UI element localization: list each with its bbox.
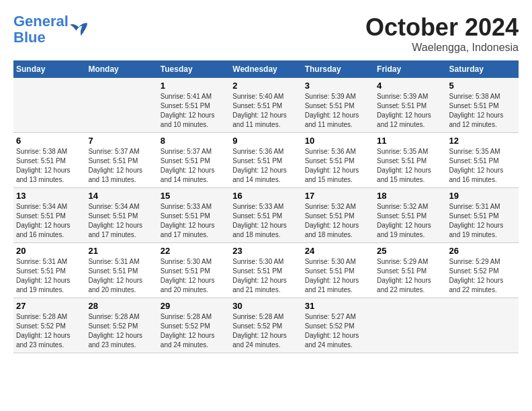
day-info: Sunrise: 5:29 AM Sunset: 5:52 PM Dayligh… [449,258,504,293]
calendar-cell: 16Sunrise: 5:33 AM Sunset: 5:51 PM Dayli… [230,188,302,243]
day-info: Sunrise: 5:27 AM Sunset: 5:52 PM Dayligh… [305,313,359,349]
day-number: 15 [161,191,227,201]
week-row-3: 13Sunrise: 5:34 AM Sunset: 5:51 PM Dayli… [13,188,519,243]
calendar-cell: 23Sunrise: 5:30 AM Sunset: 5:51 PM Dayli… [230,243,302,298]
day-number: 26 [449,246,516,256]
weekday-header-tuesday: Tuesday [158,60,230,78]
weekday-header-sunday: Sunday [13,60,85,78]
day-number: 21 [88,246,154,256]
calendar-cell [13,78,85,133]
calendar-cell: 28Sunrise: 5:28 AM Sunset: 5:52 PM Dayli… [85,298,157,353]
calendar-cell [85,78,157,133]
weekday-header-wednesday: Wednesday [230,60,302,78]
day-number: 2 [232,81,299,91]
day-number: 13 [16,191,83,201]
day-info: Sunrise: 5:28 AM Sunset: 5:52 PM Dayligh… [16,313,71,349]
day-info: Sunrise: 5:29 AM Sunset: 5:51 PM Dayligh… [377,258,431,293]
day-info: Sunrise: 5:39 AM Sunset: 5:51 PM Dayligh… [305,93,359,128]
day-info: Sunrise: 5:30 AM Sunset: 5:51 PM Dayligh… [232,258,287,293]
day-info: Sunrise: 5:39 AM Sunset: 5:51 PM Dayligh… [377,93,431,128]
day-info: Sunrise: 5:38 AM Sunset: 5:51 PM Dayligh… [16,148,71,183]
day-info: Sunrise: 5:40 AM Sunset: 5:51 PM Dayligh… [232,93,287,128]
day-info: Sunrise: 5:41 AM Sunset: 5:51 PM Dayligh… [161,93,215,128]
day-number: 5 [449,81,516,91]
calendar-cell: 24Sunrise: 5:30 AM Sunset: 5:51 PM Dayli… [302,243,374,298]
day-number: 31 [305,301,371,311]
calendar-cell: 4Sunrise: 5:39 AM Sunset: 5:51 PM Daylig… [374,78,446,133]
day-number: 27 [16,301,83,311]
day-info: Sunrise: 5:36 AM Sunset: 5:51 PM Dayligh… [305,148,359,183]
day-info: Sunrise: 5:33 AM Sunset: 5:51 PM Dayligh… [232,203,287,238]
weekday-header-saturday: Saturday [447,60,519,78]
calendar-cell: 6Sunrise: 5:38 AM Sunset: 5:51 PM Daylig… [13,133,85,188]
day-number: 14 [88,191,154,201]
calendar-cell: 25Sunrise: 5:29 AM Sunset: 5:51 PM Dayli… [374,243,446,298]
day-info: Sunrise: 5:35 AM Sunset: 5:51 PM Dayligh… [377,148,431,183]
day-number: 23 [232,246,299,256]
day-number: 1 [161,81,227,91]
page-header: General Blue October 2024 Waelengga, Ind… [13,13,519,54]
day-number: 9 [232,136,299,146]
week-row-5: 27Sunrise: 5:28 AM Sunset: 5:52 PM Dayli… [13,298,519,353]
day-number: 10 [305,136,371,146]
day-number: 19 [449,191,516,201]
day-number: 6 [16,136,83,146]
day-number: 28 [88,301,154,311]
calendar-cell: 26Sunrise: 5:29 AM Sunset: 5:52 PM Dayli… [447,243,519,298]
calendar-cell: 31Sunrise: 5:27 AM Sunset: 5:52 PM Dayli… [302,298,374,353]
day-info: Sunrise: 5:30 AM Sunset: 5:51 PM Dayligh… [161,258,215,293]
logo: General Blue [13,13,89,46]
logo-bird-icon [70,22,89,37]
week-row-4: 20Sunrise: 5:31 AM Sunset: 5:51 PM Dayli… [13,243,519,298]
day-info: Sunrise: 5:32 AM Sunset: 5:51 PM Dayligh… [377,203,431,238]
calendar-cell: 14Sunrise: 5:34 AM Sunset: 5:51 PM Dayli… [85,188,157,243]
calendar-cell: 3Sunrise: 5:39 AM Sunset: 5:51 PM Daylig… [302,78,374,133]
calendar-cell: 1Sunrise: 5:41 AM Sunset: 5:51 PM Daylig… [158,78,230,133]
calendar-table: SundayMondayTuesdayWednesdayThursdayFrid… [13,60,519,353]
day-info: Sunrise: 5:37 AM Sunset: 5:51 PM Dayligh… [88,148,142,183]
day-info: Sunrise: 5:31 AM Sunset: 5:51 PM Dayligh… [16,258,71,293]
day-number: 20 [16,246,83,256]
weekday-header-thursday: Thursday [302,60,374,78]
day-number: 7 [88,136,154,146]
calendar-cell: 15Sunrise: 5:33 AM Sunset: 5:51 PM Dayli… [158,188,230,243]
day-info: Sunrise: 5:36 AM Sunset: 5:51 PM Dayligh… [232,148,287,183]
weekday-header-friday: Friday [374,60,446,78]
calendar-cell: 17Sunrise: 5:32 AM Sunset: 5:51 PM Dayli… [302,188,374,243]
day-info: Sunrise: 5:38 AM Sunset: 5:51 PM Dayligh… [449,93,504,128]
calendar-cell: 8Sunrise: 5:37 AM Sunset: 5:51 PM Daylig… [158,133,230,188]
page-subtitle: Waelengga, Indonesia [365,42,519,54]
day-info: Sunrise: 5:34 AM Sunset: 5:51 PM Dayligh… [88,203,142,238]
day-info: Sunrise: 5:37 AM Sunset: 5:51 PM Dayligh… [161,148,215,183]
day-number: 12 [449,136,516,146]
day-number: 24 [305,246,371,256]
day-info: Sunrise: 5:28 AM Sunset: 5:52 PM Dayligh… [88,313,142,349]
day-info: Sunrise: 5:33 AM Sunset: 5:51 PM Dayligh… [161,203,215,238]
calendar-cell [374,298,446,353]
title-block: October 2024 Waelengga, Indonesia [365,13,519,54]
day-info: Sunrise: 5:34 AM Sunset: 5:51 PM Dayligh… [16,203,71,238]
day-number: 22 [161,246,227,256]
week-row-2: 6Sunrise: 5:38 AM Sunset: 5:51 PM Daylig… [13,133,519,188]
logo-text: General Blue [13,13,69,46]
day-number: 3 [305,81,371,91]
day-info: Sunrise: 5:31 AM Sunset: 5:51 PM Dayligh… [449,203,504,238]
calendar-cell: 22Sunrise: 5:30 AM Sunset: 5:51 PM Dayli… [158,243,230,298]
calendar-cell: 2Sunrise: 5:40 AM Sunset: 5:51 PM Daylig… [230,78,302,133]
calendar-cell: 29Sunrise: 5:28 AM Sunset: 5:52 PM Dayli… [158,298,230,353]
weekday-header-monday: Monday [85,60,157,78]
calendar-cell: 30Sunrise: 5:28 AM Sunset: 5:52 PM Dayli… [230,298,302,353]
day-info: Sunrise: 5:35 AM Sunset: 5:51 PM Dayligh… [449,148,504,183]
day-number: 25 [377,246,443,256]
calendar-cell: 7Sunrise: 5:37 AM Sunset: 5:51 PM Daylig… [85,133,157,188]
calendar-cell: 18Sunrise: 5:32 AM Sunset: 5:51 PM Dayli… [374,188,446,243]
day-info: Sunrise: 5:31 AM Sunset: 5:51 PM Dayligh… [88,258,142,293]
day-info: Sunrise: 5:30 AM Sunset: 5:51 PM Dayligh… [305,258,359,293]
day-number: 8 [161,136,227,146]
day-number: 30 [232,301,299,311]
day-number: 17 [305,191,371,201]
calendar-cell: 21Sunrise: 5:31 AM Sunset: 5:51 PM Dayli… [85,243,157,298]
calendar-cell: 5Sunrise: 5:38 AM Sunset: 5:51 PM Daylig… [447,78,519,133]
calendar-cell: 10Sunrise: 5:36 AM Sunset: 5:51 PM Dayli… [302,133,374,188]
calendar-cell: 11Sunrise: 5:35 AM Sunset: 5:51 PM Dayli… [374,133,446,188]
